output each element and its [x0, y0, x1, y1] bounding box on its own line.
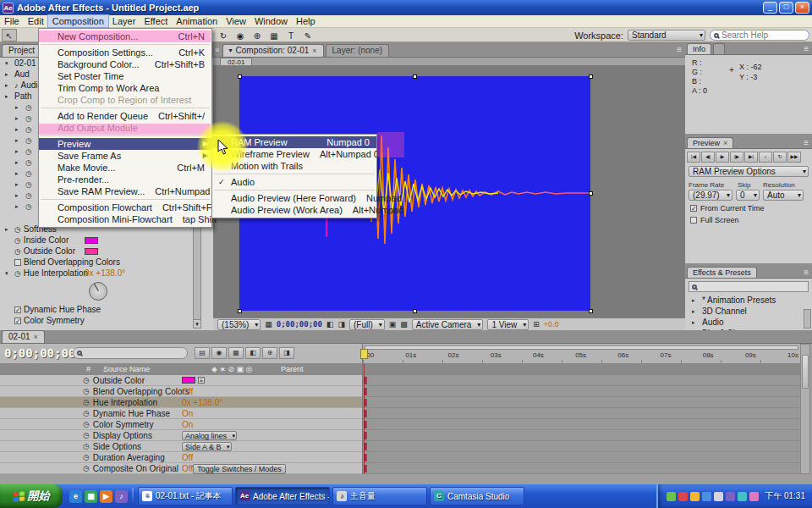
magnification-dropdown[interactable]: (153%): [217, 319, 261, 330]
ram-preview-button[interactable]: ▶▶: [787, 152, 801, 163]
from-current-time-row[interactable]: ✓ From Current Time: [685, 201, 812, 213]
panel-menu-icon[interactable]: ≡: [804, 268, 809, 277]
keyframe-marker[interactable]: [365, 421, 367, 428]
timeline-scrollbar[interactable]: [800, 344, 810, 474]
last-frame-button[interactable]: ▶|: [744, 152, 758, 163]
mask-tool-icon[interactable]: ▦: [266, 29, 282, 41]
internet-explorer-icon[interactable]: e: [69, 490, 82, 503]
resolution-preview-dropdown[interactable]: Auto: [763, 190, 804, 201]
tray-icon-volume[interactable]: [714, 492, 723, 501]
layer-handle[interactable]: [589, 75, 593, 79]
workspace-dropdown[interactable]: Standard: [628, 30, 705, 41]
start-button[interactable]: 開始: [0, 484, 63, 508]
restore-button[interactable]: □: [779, 2, 793, 14]
keyframe-marker[interactable]: [365, 410, 367, 417]
camera-dropdown[interactable]: Active Camera: [412, 319, 484, 330]
property-row-side-options[interactable]: ◷ Side Options Side A & B: [0, 441, 362, 452]
menu-item-make-movie[interactable]: Make Movie...Ctrl+M: [39, 162, 211, 174]
tab-close-icon[interactable]: ×: [723, 138, 727, 148]
panel-chevron-icon[interactable]: «: [215, 45, 220, 54]
tab-preview[interactable]: Preview ×: [687, 137, 733, 148]
rotate-tool-icon[interactable]: ↻: [216, 29, 231, 41]
menu-effect[interactable]: Effect: [140, 15, 172, 27]
tab-info[interactable]: Info: [687, 43, 711, 54]
stopwatch-icon[interactable]: ◷: [14, 225, 21, 234]
fx-category-animation-presets[interactable]: ▸* Animation Presets: [685, 295, 812, 306]
fx-category-3d-channel[interactable]: ▸3D Channel: [685, 306, 812, 317]
property-row-blend-overlap[interactable]: ◷ Blend Overlapping Colors Off: [0, 386, 362, 397]
menu-help[interactable]: Help: [292, 15, 320, 27]
submenu-item-ram-preview[interactable]: RAM PreviewNumpad 0: [212, 136, 376, 148]
full-screen-checkbox[interactable]: [690, 217, 697, 224]
menu-item-background-color[interactable]: Background Color...Ctrl+Shift+B: [39, 58, 211, 70]
taskbar-clock[interactable]: 下午 01:31: [765, 490, 805, 502]
layer-handle[interactable]: [413, 309, 417, 313]
stopwatch-icon[interactable]: ◷: [83, 431, 90, 439]
camera-tool-icon[interactable]: ◉: [233, 29, 248, 41]
task-notepad[interactable]: ≡ 02-01.txt - 記事本: [138, 487, 233, 505]
task-after-effects[interactable]: Ae Adobe After Effects -...: [235, 487, 330, 505]
keyframe-marker[interactable]: [365, 399, 367, 406]
comp-timecode[interactable]: 0;00;00;00: [277, 320, 322, 329]
effects-search[interactable]: [689, 281, 809, 292]
layer-handle[interactable]: [238, 309, 242, 313]
property-row-duration-averaging[interactable]: ◷ Duration Averaging Off: [0, 452, 362, 463]
inside-color-swatch[interactable]: [85, 237, 98, 244]
stopwatch-icon[interactable]: ◷: [83, 376, 90, 384]
tray-icon-red[interactable]: [678, 492, 688, 501]
layer-handle[interactable]: [238, 75, 242, 79]
stopwatch-icon[interactable]: ◷: [83, 387, 90, 395]
menu-item-composition-settings[interactable]: Composition Settings...Ctrl+K: [39, 47, 211, 58]
pixel-aspect-icon[interactable]: ⊞: [533, 320, 540, 329]
dynamic-hue-checkbox[interactable]: ✓: [14, 306, 21, 313]
property-hue-interpolation[interactable]: ▾◷ Hue Interpolation 0x +138.0°: [0, 268, 201, 279]
stopwatch-icon[interactable]: ◷: [83, 420, 90, 428]
menu-item-trim-comp[interactable]: Trim Comp to Work Area: [39, 82, 211, 94]
work-area-bar[interactable]: [365, 345, 798, 350]
panel-menu-icon[interactable]: ≡: [804, 138, 809, 147]
keyframe-marker[interactable]: [365, 443, 367, 450]
outside-color-swatch[interactable]: [182, 377, 195, 384]
side-options-dropdown[interactable]: Side A & B: [182, 442, 232, 451]
scroll-down-icon[interactable]: ▾: [194, 319, 200, 328]
menu-item-pre-render[interactable]: Pre-render...: [39, 174, 211, 185]
next-frame-button[interactable]: |▶: [730, 152, 743, 163]
menu-composition[interactable]: Composition: [48, 15, 108, 27]
tab-audio[interactable]: [713, 43, 725, 54]
menu-item-set-poster-time[interactable]: Set Poster Time: [39, 70, 211, 82]
grid-guides-icon[interactable]: ▦: [265, 320, 272, 329]
menu-edit[interactable]: Edit: [24, 15, 48, 27]
skip-dropdown[interactable]: 0: [736, 190, 760, 201]
resolution-dropdown[interactable]: (Full): [349, 319, 385, 330]
show-desktop-icon[interactable]: ▦: [85, 490, 97, 503]
exposure-value[interactable]: +0.0: [544, 320, 559, 329]
layer-handle[interactable]: [589, 309, 593, 313]
time-ruler[interactable]: :00 01s 02s 03s 04s 05s 06s 07s 08s 09s …: [362, 344, 800, 364]
show-snapshot-icon[interactable]: ◨: [337, 320, 345, 329]
selection-tool-icon[interactable]: ↖: [2, 29, 17, 41]
pen-tool-icon[interactable]: ✎: [300, 29, 315, 41]
ram-preview-options-dropdown[interactable]: RAM Preview Options: [689, 166, 809, 177]
timeline-search[interactable]: [73, 347, 188, 359]
frame-blend-icon[interactable]: ▦: [228, 347, 244, 359]
stopwatch-icon[interactable]: ◷: [14, 269, 21, 278]
prev-frame-button[interactable]: ◀|: [701, 152, 715, 163]
menu-item-mini-flowchart[interactable]: Composition Mini-Flowcharttap Shift: [39, 213, 211, 225]
menu-window[interactable]: Window: [250, 15, 292, 27]
task-volume[interactable]: ♪ 主音量: [332, 487, 427, 505]
submenu-item-audio[interactable]: ✓Audio: [212, 176, 376, 188]
full-screen-row[interactable]: Full Screen: [685, 213, 812, 224]
property-row-color-symmetry[interactable]: ◷ Color Symmetry On: [0, 419, 362, 430]
tray-icon-teal[interactable]: [738, 492, 747, 501]
layer-handle[interactable]: [589, 191, 593, 196]
submenu-item-motion-with-trails[interactable]: Motion with Trails: [212, 160, 376, 172]
keyframe-marker[interactable]: [365, 465, 367, 472]
outside-color-swatch[interactable]: [85, 248, 98, 255]
property-outside-color[interactable]: ◷ Outside Color: [0, 246, 201, 257]
task-camtasia[interactable]: C Camtasia Studio: [430, 487, 524, 505]
close-button[interactable]: ×: [795, 2, 809, 14]
brainstorm-icon[interactable]: ⊕: [262, 347, 277, 359]
property-row-dynamic-hue[interactable]: ◷ Dynamic Hue Phase On: [0, 408, 362, 419]
motion-blur-icon[interactable]: ◧: [245, 347, 261, 359]
blend-checkbox[interactable]: [14, 259, 21, 266]
